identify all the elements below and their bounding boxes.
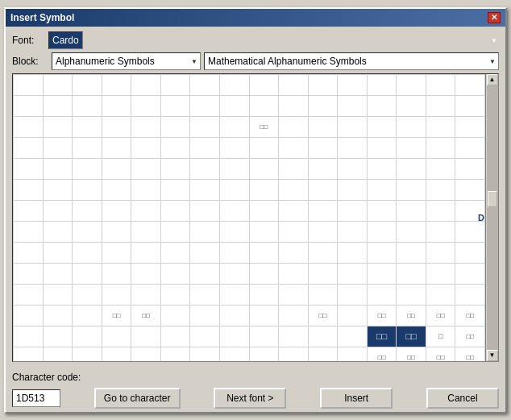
grid-cell[interactable] bbox=[250, 264, 280, 285]
grid-cell[interactable] bbox=[190, 326, 220, 347]
math-select[interactable]: Mathematical Alphanumeric Symbols bbox=[204, 52, 499, 70]
grid-cell[interactable] bbox=[131, 180, 161, 201]
grid-cell[interactable]: □□ bbox=[309, 306, 339, 326]
grid-cell[interactable] bbox=[161, 138, 191, 159]
grid-cell[interactable] bbox=[309, 180, 339, 201]
grid-cell[interactable] bbox=[131, 285, 161, 306]
grid-cell[interactable]: □□ bbox=[250, 117, 280, 138]
grid-cell[interactable] bbox=[250, 75, 280, 96]
grid-cell[interactable] bbox=[426, 117, 456, 138]
grid-cell[interactable] bbox=[279, 75, 309, 96]
grid-cell[interactable] bbox=[102, 243, 132, 264]
grid-cell[interactable]: □□ bbox=[368, 306, 397, 326]
grid-cell[interactable] bbox=[131, 96, 161, 117]
grid-cell[interactable] bbox=[131, 326, 161, 347]
grid-cell[interactable] bbox=[279, 347, 309, 362]
font-select[interactable]: Cardo bbox=[48, 31, 83, 49]
grid-cell[interactable] bbox=[368, 117, 397, 138]
block-select[interactable]: Alphanumeric Symbols bbox=[52, 52, 201, 70]
grid-cell[interactable] bbox=[338, 201, 368, 222]
grid-cell[interactable]: □□ bbox=[455, 347, 485, 362]
grid-cell[interactable] bbox=[44, 222, 73, 243]
grid-cell[interactable] bbox=[14, 285, 44, 306]
grid-cell[interactable] bbox=[161, 201, 191, 222]
grid-cell[interactable] bbox=[397, 222, 426, 243]
grid-cell[interactable] bbox=[368, 96, 397, 117]
grid-cell[interactable] bbox=[73, 222, 102, 243]
grid-cell[interactable] bbox=[455, 222, 485, 243]
grid-cell[interactable] bbox=[368, 75, 397, 96]
grid-cell[interactable] bbox=[190, 264, 220, 285]
grid-cell[interactable] bbox=[309, 347, 339, 362]
grid-cell[interactable]: □□ bbox=[455, 326, 485, 347]
grid-cell[interactable] bbox=[73, 117, 102, 138]
scroll-up-button[interactable]: ▲ bbox=[487, 74, 498, 85]
grid-cell[interactable] bbox=[397, 180, 426, 201]
grid-cell[interactable] bbox=[338, 138, 368, 159]
grid-cell[interactable] bbox=[190, 243, 220, 264]
grid-cell[interactable] bbox=[220, 306, 250, 326]
grid-cell[interactable] bbox=[279, 138, 309, 159]
grid-cell[interactable] bbox=[426, 264, 456, 285]
grid-cell[interactable] bbox=[426, 180, 456, 201]
grid-cell[interactable]: □□ bbox=[397, 306, 426, 326]
grid-cell[interactable]: □□ bbox=[397, 326, 426, 347]
grid-cell[interactable] bbox=[338, 222, 368, 243]
grid-cell[interactable] bbox=[220, 75, 250, 96]
grid-cell[interactable] bbox=[73, 96, 102, 117]
grid-cell[interactable] bbox=[131, 201, 161, 222]
grid-cell[interactable] bbox=[338, 159, 368, 180]
grid-cell[interactable] bbox=[250, 138, 280, 159]
cancel-button[interactable]: Cancel bbox=[426, 388, 499, 409]
grid-cell[interactable] bbox=[338, 117, 368, 138]
char-code-input[interactable] bbox=[12, 389, 60, 407]
grid-cell[interactable] bbox=[102, 75, 132, 96]
grid-cell[interactable] bbox=[338, 180, 368, 201]
grid-cell[interactable]: □□ bbox=[102, 306, 132, 326]
grid-cell[interactable] bbox=[44, 117, 73, 138]
grid-cell[interactable] bbox=[279, 222, 309, 243]
grid-cell[interactable] bbox=[426, 222, 456, 243]
grid-cell[interactable] bbox=[426, 138, 456, 159]
grid-cell[interactable] bbox=[14, 222, 44, 243]
grid-cell[interactable] bbox=[279, 326, 309, 347]
grid-cell[interactable] bbox=[73, 264, 102, 285]
grid-cell[interactable] bbox=[250, 222, 280, 243]
grid-cell[interactable] bbox=[131, 222, 161, 243]
grid-cell[interactable]: □□ bbox=[426, 347, 456, 362]
grid-cell[interactable] bbox=[338, 243, 368, 264]
grid-cell[interactable] bbox=[190, 75, 220, 96]
goto-character-button[interactable]: Go to character bbox=[94, 388, 181, 409]
grid-cell[interactable] bbox=[161, 222, 191, 243]
grid-cell[interactable] bbox=[131, 159, 161, 180]
grid-cell[interactable] bbox=[73, 180, 102, 201]
grid-cell[interactable] bbox=[309, 222, 339, 243]
grid-cell[interactable] bbox=[14, 306, 44, 326]
grid-cell[interactable] bbox=[338, 264, 368, 285]
grid-cell[interactable] bbox=[190, 201, 220, 222]
grid-cell[interactable] bbox=[220, 326, 250, 347]
grid-cell[interactable] bbox=[102, 347, 132, 362]
grid-cell[interactable] bbox=[309, 117, 339, 138]
grid-cell[interactable] bbox=[250, 347, 280, 362]
grid-cell[interactable] bbox=[44, 138, 73, 159]
grid-cell[interactable] bbox=[73, 243, 102, 264]
grid-cell[interactable] bbox=[161, 180, 191, 201]
grid-cell[interactable] bbox=[338, 285, 368, 306]
grid-cell[interactable] bbox=[426, 201, 456, 222]
grid-cell[interactable] bbox=[455, 138, 485, 159]
grid-cell[interactable] bbox=[131, 243, 161, 264]
grid-cell[interactable] bbox=[131, 75, 161, 96]
grid-cell[interactable] bbox=[102, 159, 132, 180]
grid-cell[interactable] bbox=[368, 180, 397, 201]
grid-cell[interactable] bbox=[161, 159, 191, 180]
grid-cell[interactable] bbox=[338, 96, 368, 117]
grid-cell[interactable] bbox=[220, 243, 250, 264]
grid-cell[interactable] bbox=[397, 201, 426, 222]
grid-cell[interactable] bbox=[102, 117, 132, 138]
grid-cell[interactable] bbox=[455, 117, 485, 138]
grid-cell[interactable] bbox=[309, 138, 339, 159]
grid-cell[interactable] bbox=[309, 96, 339, 117]
grid-cell[interactable] bbox=[14, 138, 44, 159]
grid-cell[interactable] bbox=[161, 243, 191, 264]
